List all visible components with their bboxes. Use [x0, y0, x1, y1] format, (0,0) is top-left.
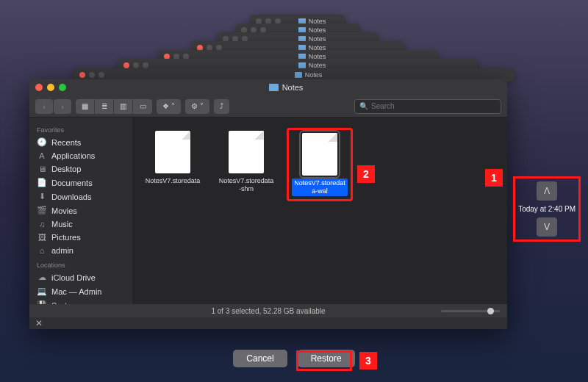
status-text: 1 of 3 selected, 52.28 GB available: [211, 307, 325, 315]
zoom-icon[interactable]: [59, 84, 66, 91]
close-bar[interactable]: ✕: [29, 317, 507, 329]
file-icon: [302, 133, 337, 176]
desktop-icon: 🖥: [37, 165, 47, 173]
timeline-up-button[interactable]: ᐱ: [537, 181, 557, 201]
timeline-label: Today at 2:40 PM: [518, 205, 576, 213]
applications-icon: A: [37, 151, 47, 160]
sidebar-item-downloads[interactable]: ⬇Downloads: [29, 190, 132, 203]
callout-2: 2: [357, 165, 375, 183]
documents-icon: 📄: [37, 178, 47, 187]
sidebar: Favorites 🕘Recents AApplications 🖥Deskto…: [29, 118, 132, 304]
sidebar-item-desktop[interactable]: 🖥Desktop: [29, 162, 132, 176]
share-button[interactable]: ⤴: [214, 99, 229, 114]
sidebar-item-applications[interactable]: AApplications: [29, 149, 132, 162]
group-button[interactable]: ❖ ˅: [157, 99, 181, 114]
cloud-icon: ☁: [37, 273, 47, 282]
sidebar-item-music[interactable]: ♫Music: [29, 217, 132, 231]
zoom-slider[interactable]: [441, 310, 500, 312]
cancel-button[interactable]: Cancel: [233, 350, 287, 367]
forward-button[interactable]: ›: [54, 99, 71, 114]
callout-1: 1: [485, 169, 503, 187]
file-icon: [229, 131, 264, 173]
search-icon: 🔍: [359, 102, 368, 110]
file-item-selected[interactable]: NotesV7.storedata-wal: [287, 128, 353, 201]
home-icon: ⌂: [37, 246, 47, 255]
timeline-nav: ᐱ Today at 2:40 PM ᐯ: [513, 176, 581, 242]
minimize-icon[interactable]: [47, 84, 54, 91]
movies-icon: 🎬: [37, 206, 47, 215]
sidebar-item-icloud[interactable]: ☁iCloud Drive: [29, 270, 132, 284]
bottom-bar: Cancel Restore: [0, 350, 588, 367]
sidebar-item-system[interactable]: 💾System: [29, 298, 132, 304]
sidebar-item-recents[interactable]: 🕘Recents: [29, 135, 132, 149]
search-input[interactable]: [371, 102, 496, 110]
finder-window: Notes ‹ › ▦ ≣ ▥ ▭ ❖ ˅ ⚙ ˅ ⤴ 🔍 Favorites …: [29, 79, 507, 329]
sidebar-heading-favorites: Favorites: [29, 125, 132, 135]
search-field[interactable]: 🔍: [354, 99, 501, 114]
computer-icon: 💻: [37, 286, 47, 296]
view-gallery-button[interactable]: ▭: [133, 99, 152, 114]
window-title: Notes: [282, 83, 304, 92]
sidebar-item-movies[interactable]: 🎬Movies: [29, 203, 132, 217]
folder-icon: [269, 84, 279, 91]
sidebar-item-pictures[interactable]: 🖼Pictures: [29, 231, 132, 244]
sidebar-heading-locations: Locations: [29, 260, 132, 270]
file-grid: NotesV7.storedata NotesV7.storedata-shm …: [132, 118, 507, 304]
toolbar: ‹ › ▦ ≣ ▥ ▭ ❖ ˅ ⚙ ˅ ⤴ 🔍: [29, 96, 507, 118]
file-label: NotesV7.storedata-shm: [216, 176, 276, 194]
pictures-icon: 🖼: [37, 233, 47, 242]
action-button[interactable]: ⚙ ˅: [185, 99, 209, 114]
file-item[interactable]: NotesV7.storedata-shm: [213, 128, 279, 197]
file-label: NotesV7.storedata: [143, 176, 203, 186]
view-list-button[interactable]: ≣: [95, 99, 114, 114]
file-icon: [155, 131, 190, 173]
sidebar-item-admin[interactable]: ⌂admin: [29, 244, 132, 257]
back-button[interactable]: ‹: [35, 99, 53, 114]
file-item[interactable]: NotesV7.storedata: [140, 128, 206, 189]
recents-icon: 🕘: [37, 137, 47, 147]
titlebar: Notes: [29, 79, 507, 96]
close-icon[interactable]: [35, 84, 43, 91]
status-bar: 1 of 3 selected, 52.28 GB available: [29, 304, 507, 317]
music-icon: ♫: [37, 220, 47, 228]
file-label: NotesV7.storedata-wal: [292, 179, 348, 196]
sidebar-item-mac[interactable]: 💻Mac — Admin: [29, 284, 132, 298]
callout-3: 3: [359, 352, 377, 370]
restore-highlight: [296, 350, 352, 371]
timeline-down-button[interactable]: ᐯ: [537, 217, 557, 237]
downloads-icon: ⬇: [37, 192, 47, 201]
view-column-button[interactable]: ▥: [114, 99, 133, 114]
view-icon-button[interactable]: ▦: [76, 99, 95, 114]
sidebar-item-documents[interactable]: 📄Documents: [29, 176, 132, 190]
